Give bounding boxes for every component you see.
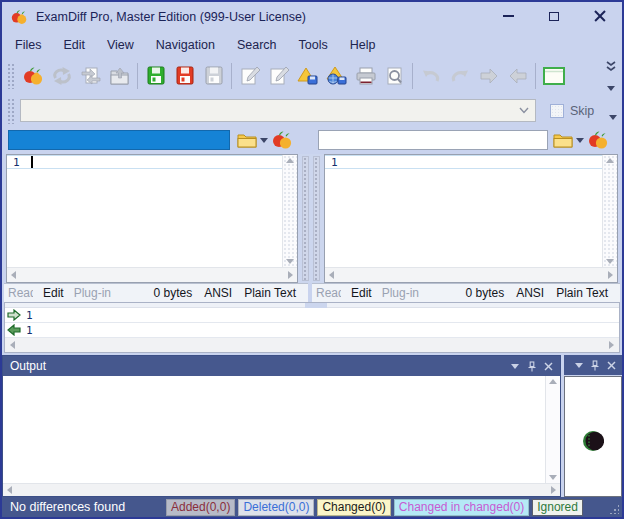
statistics-panel-header[interactable] <box>564 355 622 375</box>
scroll-right-icon[interactable] <box>609 341 614 349</box>
badge-changed-in-changed[interactable]: Changed in changed(0) <box>394 499 529 516</box>
toolbar-grip[interactable] <box>7 98 14 124</box>
show-panes-button[interactable] <box>539 62 568 90</box>
encoding[interactable]: ANSI <box>516 286 544 300</box>
toolbar-grip[interactable] <box>7 63 14 89</box>
line-inspector-row-left[interactable]: 1 <box>5 308 619 323</box>
resize-grip-icon[interactable] <box>609 504 619 514</box>
scroll-up-icon[interactable] <box>286 158 294 163</box>
scroll-up-icon[interactable] <box>606 158 614 163</box>
menu-edit[interactable]: Edit <box>52 35 96 55</box>
left-editor[interactable]: 1 <box>7 155 282 267</box>
read-only-mode[interactable]: Read <box>316 286 341 300</box>
scroll-right-icon[interactable] <box>608 271 613 279</box>
menu-files[interactable]: Files <box>4 35 52 55</box>
maximize-icon[interactable] <box>534 2 574 30</box>
save-all-button[interactable] <box>199 62 228 90</box>
minimize-icon[interactable] <box>488 2 528 30</box>
toolbar-menu-arrow-icon[interactable] <box>607 86 615 91</box>
line-inspector-scrollbar[interactable] <box>5 338 619 352</box>
scroll-right-icon[interactable] <box>288 271 293 279</box>
menu-view[interactable]: View <box>96 35 145 55</box>
skip-checkbox[interactable] <box>550 104 564 118</box>
encoding[interactable]: ANSI <box>204 286 232 300</box>
badge-deleted[interactable]: Deleted(0,0) <box>238 499 314 516</box>
scroll-left-icon[interactable] <box>11 271 16 279</box>
undo-button[interactable] <box>416 62 445 90</box>
scroll-down-icon[interactable] <box>606 259 614 264</box>
scroll-up-icon[interactable] <box>549 379 557 384</box>
right-editor[interactable]: 1 <box>325 155 602 267</box>
copy-to-right-icon[interactable] <box>7 309 23 321</box>
save-left-file-button[interactable] <box>141 62 170 90</box>
left-browse-button[interactable] <box>237 129 268 151</box>
browse-dropdown-arrow-icon[interactable] <box>260 138 268 143</box>
redo-button[interactable] <box>445 62 474 90</box>
menu-help[interactable]: Help <box>339 35 387 55</box>
plugin-mode[interactable]: Plug-in <box>74 286 111 300</box>
copy-to-left-icon[interactable] <box>7 324 23 336</box>
skip-option[interactable]: Skip <box>550 104 594 118</box>
pin-icon[interactable] <box>587 360 603 371</box>
close-panel-icon[interactable] <box>604 361 620 370</box>
badge-added[interactable]: Added(0,0) <box>166 499 235 516</box>
menu-navigation[interactable]: Navigation <box>145 35 226 55</box>
panel-menu-arrow-icon[interactable] <box>571 363 587 368</box>
next-difference-button[interactable] <box>474 62 503 90</box>
save-right-file-button[interactable] <box>170 62 199 90</box>
pin-icon[interactable] <box>523 361 540 372</box>
output-content[interactable] <box>3 376 545 483</box>
output-horizontal-scrollbar[interactable] <box>3 483 560 496</box>
save-as-html-button[interactable] <box>322 62 351 90</box>
recompare-button[interactable] <box>47 62 76 90</box>
browse-dropdown-arrow-icon[interactable] <box>576 138 584 143</box>
left-compare-button[interactable] <box>271 129 293 151</box>
edit-mode[interactable]: Edit <box>351 286 372 300</box>
close-icon[interactable] <box>580 2 620 30</box>
line-inspector-row-right[interactable]: 1 <box>5 323 619 338</box>
scroll-right-icon[interactable] <box>551 486 556 494</box>
badge-changed[interactable]: Changed(0) <box>317 499 390 516</box>
right-compare-button[interactable] <box>587 129 609 151</box>
badge-ignored[interactable]: Ignored <box>532 499 583 516</box>
overflow-arrow-icon[interactable] <box>609 115 617 120</box>
right-horizontal-scrollbar[interactable] <box>325 267 617 282</box>
output-vertical-scrollbar[interactable] <box>545 376 560 483</box>
scroll-left-icon[interactable] <box>10 341 15 349</box>
options-overflow[interactable] <box>609 106 617 124</box>
plugin-mode[interactable]: Plug-in <box>382 286 419 300</box>
line-inspector-splitter[interactable] <box>5 303 619 308</box>
edit-left-file-button[interactable] <box>235 62 264 90</box>
left-horizontal-scrollbar[interactable] <box>7 267 297 282</box>
panel-menu-arrow-icon[interactable] <box>506 364 523 369</box>
pane-splitter[interactable] <box>298 154 324 283</box>
save-as-diff-button[interactable] <box>293 62 322 90</box>
syntax[interactable]: Plain Text <box>556 286 608 300</box>
print-button[interactable] <box>351 62 380 90</box>
left-file-path-field[interactable] <box>8 130 230 150</box>
previous-difference-button[interactable] <box>503 62 532 90</box>
print-preview-button[interactable] <box>380 62 409 90</box>
scroll-left-icon[interactable] <box>7 486 12 494</box>
output-panel-header[interactable]: Output <box>3 356 560 376</box>
menu-search[interactable]: Search <box>226 35 288 55</box>
right-vertical-scrollbar[interactable] <box>602 155 617 267</box>
edit-mode[interactable]: Edit <box>43 286 64 300</box>
right-file-path-field[interactable] <box>318 130 548 150</box>
splitter-handle[interactable] <box>302 156 309 281</box>
read-only-mode[interactable]: Read <box>8 286 33 300</box>
open-files-button[interactable] <box>105 62 134 90</box>
scroll-left-icon[interactable] <box>329 271 334 279</box>
name-filter-combobox[interactable] <box>20 99 536 122</box>
right-browse-button[interactable] <box>553 129 584 151</box>
scroll-down-icon[interactable] <box>549 475 557 480</box>
close-panel-icon[interactable] <box>540 362 557 371</box>
syntax[interactable]: Plain Text <box>244 286 296 300</box>
toolbar-overflow[interactable] <box>604 61 618 91</box>
swap-panes-button[interactable] <box>76 62 105 90</box>
scroll-down-icon[interactable] <box>286 259 294 264</box>
edit-right-file-button[interactable] <box>264 62 293 90</box>
splitter-handle[interactable] <box>313 156 320 281</box>
left-vertical-scrollbar[interactable] <box>282 155 297 267</box>
compare-button[interactable] <box>18 62 47 90</box>
